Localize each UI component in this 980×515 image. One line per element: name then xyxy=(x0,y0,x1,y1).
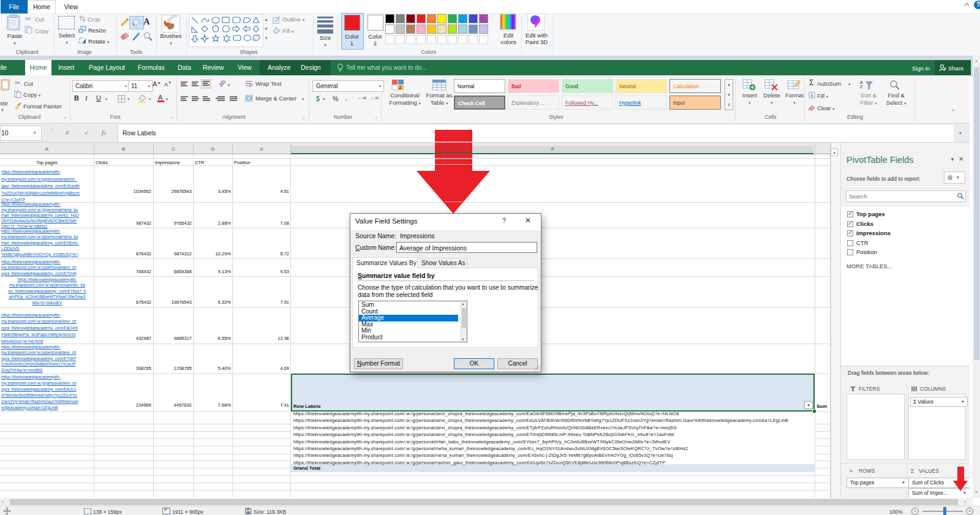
svg-text:≠: ≠ xyxy=(399,85,402,91)
